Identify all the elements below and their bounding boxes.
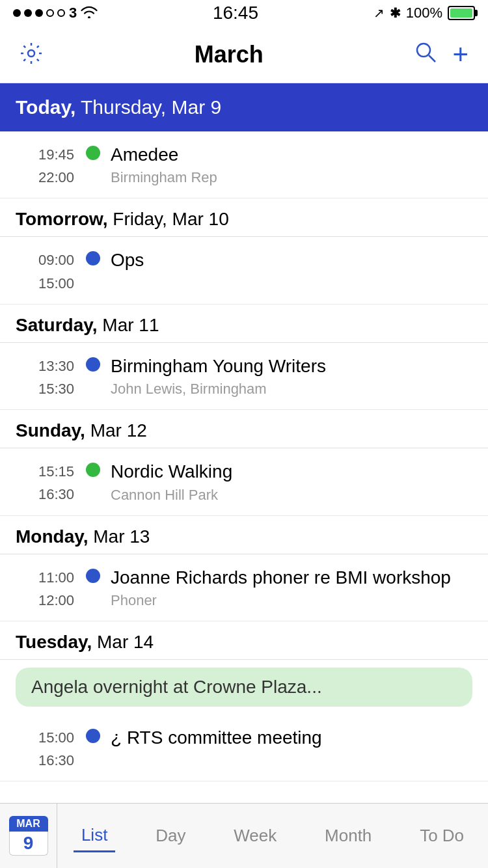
allday-event[interactable]: Angela overnight at Crowne Plaza... — [16, 668, 472, 707]
event-start: 15:15 — [16, 460, 74, 483]
tab-date[interactable]: MAR 9 — [0, 804, 57, 868]
signal-dot-1 — [13, 9, 21, 17]
event-time: 15:15 16:30 — [16, 460, 74, 506]
tab-bar: MAR 9 List Day Week Month To Do — [0, 803, 488, 868]
calendar-content: Today, Thursday, Mar 9 19:45 22:00 Amede… — [0, 83, 488, 847]
page-title: March — [195, 41, 264, 68]
status-bar: 3 16:45 ↗ ✱ 100% — [0, 0, 488, 26]
event-start: 09:00 — [16, 249, 74, 271]
tab-items: List Day Week Month To Do — [57, 804, 488, 868]
today-label-bold: Today, — [16, 96, 75, 118]
event-details: Joanne Richards phoner re BMI workshop P… — [111, 566, 472, 609]
header: March + — [0, 26, 488, 83]
status-left: 3 — [13, 5, 98, 21]
event-start: 15:00 — [16, 726, 74, 749]
day-header-monday: Monday, Mar 13 — [0, 516, 488, 554]
event-end: 16:30 — [16, 749, 74, 772]
tab-week[interactable]: Week — [226, 821, 284, 851]
svg-point-1 — [417, 44, 430, 57]
tab-list[interactable]: List — [74, 820, 115, 852]
day-header-saturday: Saturday, Mar 11 — [0, 305, 488, 343]
today-banner: Today, Thursday, Mar 9 — [0, 83, 488, 131]
event-details: Nordic Walking Cannon Hill Park — [111, 460, 472, 503]
event-end: 16:30 — [16, 483, 74, 506]
event-time: 09:00 15:00 — [16, 249, 74, 294]
signal-dot-4 — [46, 9, 54, 17]
event-title: Joanne Richards phoner re BMI workshop — [111, 566, 472, 590]
status-right: ↗ ✱ 100% — [373, 5, 475, 21]
event-row[interactable]: 15:15 16:30 Nordic Walking Cannon Hill P… — [0, 448, 488, 515]
event-dot-green — [86, 463, 100, 477]
event-start: 19:45 — [16, 143, 74, 166]
event-end: 15:00 — [16, 272, 74, 295]
event-end: 22:00 — [16, 166, 74, 189]
event-subtitle: Cannon Hill Park — [111, 487, 472, 504]
event-row[interactable]: 09:00 15:00 Ops — [0, 237, 488, 304]
event-row[interactable]: 13:30 15:30 Birmingham Young Writers Joh… — [0, 343, 488, 410]
signal-dot-2 — [24, 9, 32, 17]
event-dot-blue — [86, 729, 100, 743]
event-dot-green — [86, 146, 100, 160]
bluetooth-icon: ✱ — [390, 5, 401, 21]
tab-day[interactable]: Day — [148, 821, 193, 851]
event-row[interactable]: 19:45 22:00 Amedee Birmingham Rep — [0, 131, 488, 198]
svg-line-2 — [429, 55, 435, 62]
signal-dots — [13, 9, 65, 17]
carrier-label: 3 — [69, 5, 77, 21]
event-details: Amedee Birmingham Rep — [111, 143, 472, 186]
settings-button[interactable] — [20, 42, 43, 68]
event-end: 15:30 — [16, 377, 74, 400]
event-title: Amedee — [111, 143, 472, 167]
event-time: 15:00 16:30 — [16, 726, 74, 772]
event-title: ¿ RTS committee meeting — [111, 726, 472, 750]
day-header-friday: Tomorrow, Friday, Mar 10 — [0, 198, 488, 237]
location-icon: ↗ — [373, 5, 385, 21]
signal-dot-5 — [57, 9, 65, 17]
signal-dot-3 — [35, 9, 43, 17]
event-row[interactable]: 15:00 16:30 ¿ RTS committee meeting — [0, 714, 488, 781]
event-time: 11:00 12:00 — [16, 566, 74, 612]
event-start: 11:00 — [16, 566, 74, 589]
tab-date-num: 9 — [9, 832, 48, 856]
event-details: Birmingham Young Writers John Lewis, Bir… — [111, 355, 472, 398]
tab-date-month: MAR — [9, 816, 48, 832]
event-subtitle: Phoner — [111, 592, 472, 609]
event-details: ¿ RTS committee meeting — [111, 726, 472, 750]
event-time: 19:45 22:00 — [16, 143, 74, 189]
battery-pct: 100% — [406, 5, 442, 21]
battery-fill — [450, 8, 472, 18]
event-title: Ops — [111, 249, 472, 272]
battery-icon — [448, 6, 475, 20]
event-title: Birmingham Young Writers — [111, 355, 472, 378]
event-subtitle: Birmingham Rep — [111, 169, 472, 186]
status-time: 16:45 — [213, 3, 258, 23]
event-dot-blue — [86, 569, 100, 583]
event-start: 13:30 — [16, 355, 74, 377]
day-header-tuesday: Tuesday, Mar 14 — [0, 621, 488, 660]
event-end: 12:00 — [16, 589, 74, 612]
add-button[interactable]: + — [452, 41, 468, 68]
event-subtitle: John Lewis, Birmingham — [111, 381, 472, 398]
tab-todo[interactable]: To Do — [412, 821, 472, 851]
search-button[interactable] — [414, 41, 437, 68]
svg-point-0 — [28, 50, 34, 57]
event-dot-blue — [86, 251, 100, 265]
event-title: Nordic Walking — [111, 460, 472, 483]
event-details: Ops — [111, 249, 472, 272]
today-label-rest: Thursday, Mar 9 — [81, 96, 221, 118]
day-header-sunday: Sunday, Mar 12 — [0, 410, 488, 448]
wifi-icon — [81, 5, 98, 21]
event-time: 13:30 15:30 — [16, 355, 74, 400]
event-row[interactable]: 11:00 12:00 Joanne Richards phoner re BM… — [0, 554, 488, 621]
tab-month[interactable]: Month — [317, 821, 379, 851]
event-dot-blue — [86, 357, 100, 372]
